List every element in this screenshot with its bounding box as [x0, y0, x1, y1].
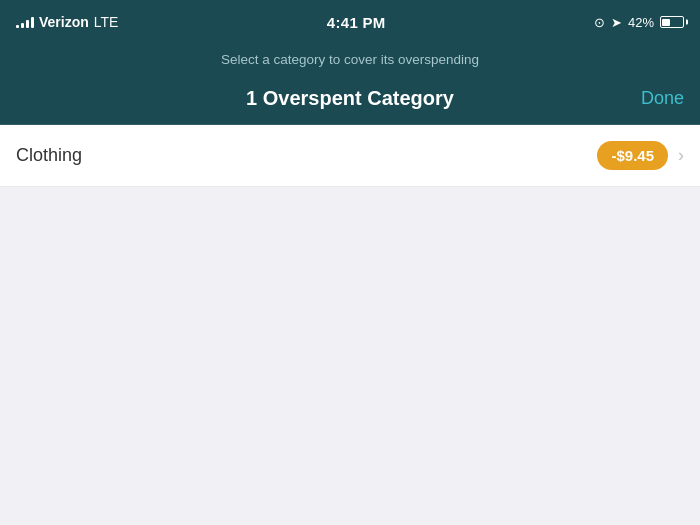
- category-name: Clothing: [16, 145, 82, 166]
- status-right: ⊙ ➤ 42%: [594, 15, 684, 30]
- empty-content-area: [0, 187, 700, 525]
- status-left: Verizon LTE: [16, 14, 118, 30]
- subtitle-text: Select a category to cover its overspend…: [221, 52, 479, 67]
- category-item-clothing[interactable]: Clothing -$9.45 ›: [0, 125, 700, 187]
- status-bar: Verizon LTE 4:41 PM ⊙ ➤ 42%: [0, 0, 700, 44]
- overspent-amount-badge: -$9.45: [597, 141, 668, 170]
- header-bar: 1 Overspent Category Done: [0, 77, 700, 125]
- category-right: -$9.45 ›: [597, 141, 684, 170]
- chevron-right-icon: ›: [678, 145, 684, 166]
- done-button[interactable]: Done: [641, 88, 684, 109]
- category-list: Clothing -$9.45 ›: [0, 125, 700, 187]
- battery-icon: [660, 16, 684, 28]
- lock-icon: ⊙: [594, 15, 605, 30]
- subtitle-bar: Select a category to cover its overspend…: [0, 44, 700, 77]
- battery-percent-label: 42%: [628, 15, 654, 30]
- network-type-label: LTE: [94, 14, 119, 30]
- page-title: 1 Overspent Category: [246, 87, 454, 110]
- signal-icon: [16, 16, 34, 28]
- location-icon: ➤: [611, 15, 622, 30]
- status-time: 4:41 PM: [327, 14, 386, 31]
- carrier-label: Verizon: [39, 14, 89, 30]
